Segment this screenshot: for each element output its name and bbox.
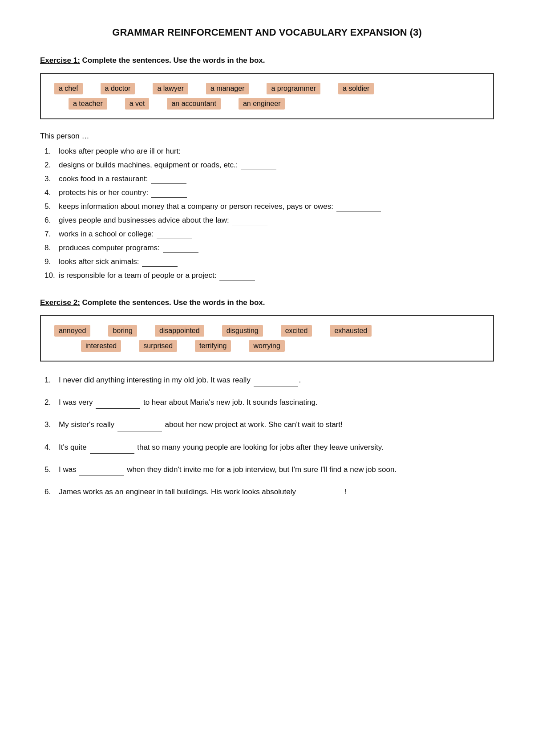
exercise-2-words-row1: annoyed boring disappointed disgusting e… bbox=[54, 325, 480, 337]
sentence-7: 7. works in a school or college: bbox=[44, 230, 494, 239]
exercise-2-section: Exercise 2: Complete the sentences. Use … bbox=[40, 298, 494, 498]
sentence-6: 6. gives people and businesses advice ab… bbox=[44, 216, 494, 225]
exercise-1-words-row1: a chef a doctor a lawyer a manager a pro… bbox=[54, 83, 480, 94]
ex2-blank-2[interactable] bbox=[96, 396, 140, 409]
ex2-blank-6[interactable] bbox=[299, 486, 344, 498]
sentence-8: 8. produces computer programs: bbox=[44, 244, 494, 253]
word-boring: boring bbox=[108, 325, 137, 337]
ex2-blank-3[interactable] bbox=[117, 419, 162, 431]
word-a-manager: a manager bbox=[206, 83, 249, 94]
exercise-2-instruction: Complete the sentences. Use the words in… bbox=[82, 298, 265, 307]
blank-7[interactable] bbox=[157, 230, 192, 239]
page-title: GRAMMAR REINFORCEMENT AND VOCABULARY EXP… bbox=[40, 27, 494, 38]
exercise-2-number: Exercise 2: bbox=[40, 298, 80, 307]
word-a-lawyer: a lawyer bbox=[153, 83, 188, 94]
word-an-accountant: an accountant bbox=[167, 98, 221, 110]
ex2-sentence-1: 1. I never did anything interesting in m… bbox=[44, 374, 494, 386]
exercise-1-word-box: a chef a doctor a lawyer a manager a pro… bbox=[40, 73, 494, 119]
blank-5[interactable] bbox=[336, 202, 381, 211]
sentence-2: 2. designs or builds machines, equipment… bbox=[44, 161, 494, 170]
blank-6[interactable] bbox=[232, 216, 267, 225]
ex2-blank-5[interactable] bbox=[79, 463, 124, 476]
sentence-5: 5. keeps information about money that a … bbox=[44, 202, 494, 211]
ex2-sentence-3: 3. My sister's really about her new proj… bbox=[44, 419, 494, 431]
word-a-teacher: a teacher bbox=[69, 98, 107, 110]
word-a-chef: a chef bbox=[54, 83, 83, 94]
exercise-1-words-row2: a teacher a vet an accountant an enginee… bbox=[54, 98, 480, 110]
exercise-2-label: Exercise 2: Complete the sentences. Use … bbox=[40, 298, 494, 307]
word-surprised: surprised bbox=[139, 340, 177, 352]
exercise-2-words-row2: interested surprised terrifying worrying bbox=[54, 340, 480, 352]
exercise-2-sentences: 1. I never did anything interesting in m… bbox=[44, 374, 494, 498]
exercise-1-instruction: Complete the sentences. Use the words in… bbox=[82, 56, 265, 65]
sentence-4: 4. protects his or her country: bbox=[44, 188, 494, 198]
word-annoyed: annoyed bbox=[54, 325, 90, 337]
blank-3[interactable] bbox=[151, 175, 186, 184]
blank-10[interactable] bbox=[219, 271, 255, 280]
blank-8[interactable] bbox=[163, 244, 198, 253]
ex2-sentence-4: 4. It's quite that so many young people … bbox=[44, 441, 494, 454]
exercise-1-number: Exercise 1: bbox=[40, 56, 80, 65]
ex2-sentence-5: 5. I was when they didn't invite me for … bbox=[44, 463, 494, 476]
word-a-doctor: a doctor bbox=[101, 83, 135, 94]
word-an-engineer: an engineer bbox=[239, 98, 285, 110]
word-a-vet: a vet bbox=[125, 98, 150, 110]
sentence-9: 9. looks after sick animals: bbox=[44, 257, 494, 267]
word-terrifying: terrifying bbox=[195, 340, 231, 352]
exercise-2-word-box: annoyed boring disappointed disgusting e… bbox=[40, 315, 494, 362]
word-disgusting: disgusting bbox=[222, 325, 263, 337]
word-excited: excited bbox=[281, 325, 312, 337]
exercise-1-intro: This person … bbox=[40, 132, 494, 141]
word-a-programmer: a programmer bbox=[267, 83, 320, 94]
word-exhausted: exhausted bbox=[330, 325, 372, 337]
exercise-1-sentences: 1. looks after people who are ill or hur… bbox=[44, 147, 494, 280]
sentence-1: 1. looks after people who are ill or hur… bbox=[44, 147, 494, 156]
exercise-1-label: Exercise 1: Complete the sentences. Use … bbox=[40, 56, 494, 65]
blank-9[interactable] bbox=[142, 257, 178, 267]
exercise-1-section: Exercise 1: Complete the sentences. Use … bbox=[40, 56, 494, 280]
word-interested: interested bbox=[81, 340, 121, 352]
ex2-sentence-6: 6. James works as an engineer in tall bu… bbox=[44, 486, 494, 498]
word-a-soldier: a soldier bbox=[338, 83, 374, 94]
sentence-10: 10. is responsible for a team of people … bbox=[44, 271, 494, 280]
blank-4[interactable] bbox=[151, 188, 187, 198]
ex2-blank-4[interactable] bbox=[90, 441, 134, 454]
ex2-blank-1[interactable] bbox=[254, 374, 298, 386]
word-disappointed: disappointed bbox=[155, 325, 204, 337]
blank-2[interactable] bbox=[241, 161, 276, 170]
word-worrying: worrying bbox=[249, 340, 284, 352]
blank-1[interactable] bbox=[184, 147, 219, 156]
sentence-3: 3. cooks food in a restaurant: bbox=[44, 175, 494, 184]
ex2-sentence-2: 2. I was very to hear about Maria's new … bbox=[44, 396, 494, 409]
